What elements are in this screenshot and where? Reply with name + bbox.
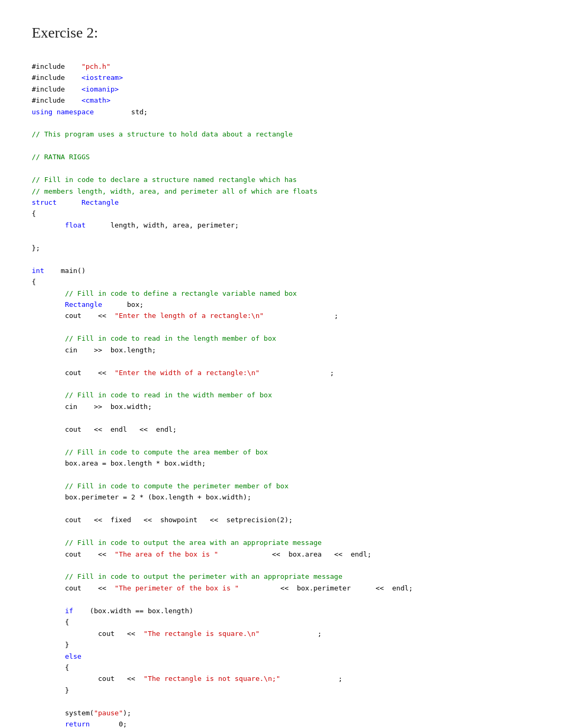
perimeter-calc: box.perimeter = 2 * (box.length + box.wi…	[65, 493, 251, 501]
cout-5: cout << "The area of the box is " << box…	[65, 550, 371, 558]
if-statement: if (box.width == box.length)	[65, 607, 194, 615]
cout-7: cout << "The rectangle is square.\n" ;	[98, 630, 322, 638]
else-statement: else	[65, 652, 81, 660]
comment-10: // Fill in code to output the perimeter …	[65, 572, 342, 580]
open-brace-else: {	[65, 663, 69, 671]
system-call: system("pause");	[65, 709, 131, 717]
close-struct: };	[32, 244, 40, 252]
close-brace-else: }	[65, 686, 69, 694]
comment-3b: // members length, width, area, and peri…	[32, 187, 318, 195]
rect-box: Rectangle box;	[65, 301, 144, 308]
close-brace-if: }	[65, 641, 69, 649]
comment-4: // Fill in code to define a rectangle va…	[65, 289, 297, 297]
cout-2: cout << "Enter the width of a rectangle:…	[65, 369, 334, 377]
comment-1: // This program uses a structure to hold…	[32, 130, 293, 138]
cout-3: cout << endl << endl;	[65, 425, 177, 433]
cout-6: cout << "The perimeter of the box is " <…	[65, 584, 413, 592]
cin-2: cin >> box.width;	[65, 403, 152, 411]
float-members: float length, width, area, perimeter;	[32, 221, 239, 229]
cout-4: cout << fixed << showpoint << setprecisi…	[65, 516, 293, 524]
cout-8: cout << "The rectangle is not square.\n;…	[98, 675, 342, 683]
open-brace-struct: {	[32, 210, 36, 217]
page-title: Exercise 2:	[32, 21, 530, 45]
comment-3a: // Fill in code to declare a structure n…	[32, 176, 297, 184]
return-statement: return 0;	[65, 720, 127, 728]
using-namespace: using namespace std;	[32, 108, 148, 116]
include-1: #include "pch.h"	[32, 62, 111, 70]
open-brace-main: {	[32, 278, 36, 286]
code-block: #include "pch.h" #include <iostream> #in…	[32, 61, 530, 728]
include-2: #include <iostream>	[32, 74, 123, 81]
open-brace-if: {	[65, 618, 69, 626]
cin-1: cin >> box.length;	[65, 346, 156, 354]
area-calc: box.area = box.length * box.width;	[65, 459, 206, 467]
struct-declaration: struct Rectangle	[32, 198, 119, 206]
comment-2: // RATNA RIGGS	[32, 153, 90, 161]
comment-6: // Fill in code to read in the width mem…	[65, 391, 272, 399]
cout-1: cout << "Enter the length of a rectangle…	[65, 312, 339, 320]
comment-9: // Fill in code to output the area with …	[65, 539, 322, 547]
include-3: #include <iomanip>	[32, 85, 119, 93]
comment-8: // Fill in code to compute the perimeter…	[65, 482, 289, 490]
include-4: #include <cmath>	[32, 96, 111, 104]
comment-7: // Fill in code to compute the area memb…	[65, 448, 268, 456]
int-main: int main()	[32, 267, 86, 275]
comment-5: // Fill in code to read in the length me…	[65, 334, 276, 342]
